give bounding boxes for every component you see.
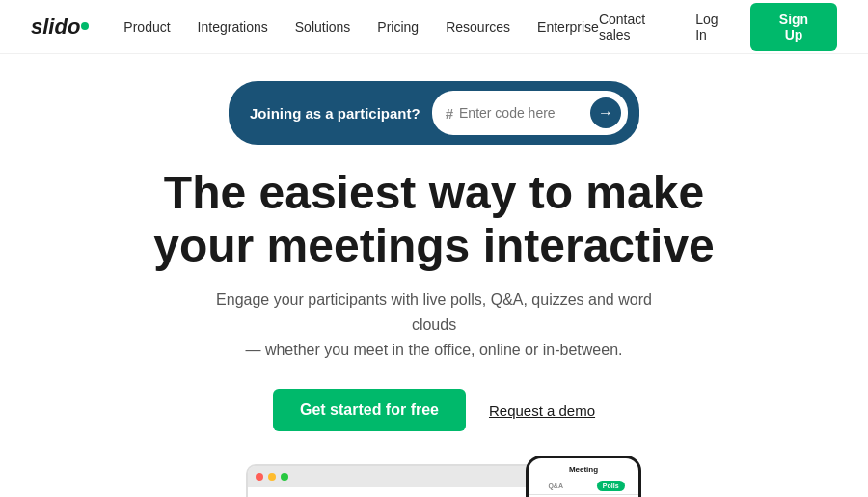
nav-resources[interactable]: Resources [446,19,510,35]
logo-text: slido [31,14,80,40]
desktop-titlebar [248,466,543,487]
nav-right: Contact sales Log In Sign Up [599,3,837,51]
subheadline-line2: — whether you meet in the office, online… [245,342,622,358]
logo-dot [81,22,89,30]
contact-sales-link[interactable]: Contact sales [599,12,676,42]
hash-icon: # [446,105,453,122]
nav-pricing[interactable]: Pricing [377,19,419,35]
code-input-area: # → [432,91,628,135]
code-submit-button[interactable]: → [590,97,621,128]
phone-mockup: Meeting Q&A Polls How can Slido help you… [526,456,641,497]
code-input[interactable] [459,105,584,121]
log-in-link[interactable]: Log In [695,12,731,42]
nav-product[interactable]: Product [123,19,170,35]
main-headline: The easiest way to make your meetings in… [153,166,715,272]
participant-text: Joining as a participant? [250,105,420,122]
phone-tab-bar: Q&A Polls [529,478,638,495]
participant-banner: Joining as a participant? # → [229,81,639,145]
nav-links: Product Integrations Solutions Pricing R… [123,19,599,35]
titlebar-dot-green [281,473,288,481]
hero-section: Joining as a participant? # → The easies… [0,54,868,497]
titlebar-dot-red [256,473,263,481]
get-started-button[interactable]: Get started for free [273,389,466,431]
cta-row: Get started for free Request a demo [273,389,595,431]
app-preview: slido Active poll How can Slido help you… [0,466,868,497]
nav-solutions[interactable]: Solutions [295,19,351,35]
headline-line1: The easiest way to make [164,167,704,218]
nav-integrations[interactable]: Integrations [198,19,268,35]
headline-line2: your meetings interactive [153,220,715,271]
request-demo-button[interactable]: Request a demo [489,402,595,419]
subheadline-line1: Engage your participants with live polls… [216,291,652,333]
desktop-content: slido Active poll How can Slido help you… [248,487,543,497]
subheadline: Engage your participants with live polls… [212,288,656,362]
navbar: slido Product Integrations Solutions Pri… [0,0,868,54]
phone-titlebar: Meeting [529,458,638,478]
phone-tab-qa[interactable]: Q&A [542,481,569,491]
titlebar-dot-yellow [268,473,276,481]
nav-enterprise[interactable]: Enterprise [537,19,599,35]
desktop-mockup: slido Active poll How can Slido help you… [246,464,545,497]
logo[interactable]: slido [31,14,89,40]
phone-tab-polls[interactable]: Polls [597,481,625,491]
sign-up-button[interactable]: Sign Up [750,3,837,51]
